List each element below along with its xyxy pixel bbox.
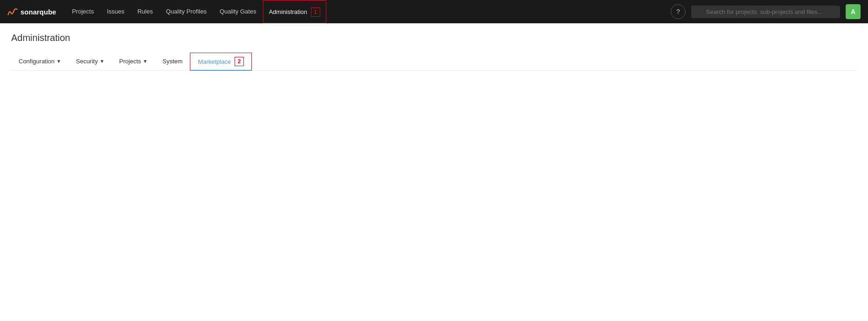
user-avatar[interactable]: A [846, 4, 861, 19]
nav-issues[interactable]: Issues [101, 0, 131, 23]
nav-administration[interactable]: Administration 1 [263, 0, 326, 23]
annotation-badge-2: 2 [235, 57, 244, 66]
chevron-down-icon: ▼ [100, 59, 104, 64]
global-search-wrapper: 🔍 [691, 6, 840, 18]
page-content: Administration Configuration ▼ Security … [0, 23, 868, 321]
nav-rules[interactable]: Rules [131, 0, 159, 23]
chevron-down-icon: ▼ [143, 59, 148, 64]
page-title: Administration [11, 33, 857, 43]
chevron-down-icon: ▼ [56, 59, 61, 64]
subnav-marketplace[interactable]: Marketplace 2 [190, 53, 252, 71]
help-button[interactable]: ? [671, 4, 686, 19]
nav-quality-gates[interactable]: Quality Gates [213, 0, 263, 23]
subnav-configuration[interactable]: Configuration ▼ [11, 54, 68, 69]
annotation-badge-1: 1 [311, 7, 320, 17]
sub-navigation: Configuration ▼ Security ▼ Projects ▼ Sy… [11, 53, 857, 71]
top-navigation: sonarqube Projects Issues Rules Quality … [0, 0, 868, 23]
logo[interactable]: sonarqube [7, 7, 56, 17]
nav-projects[interactable]: Projects [66, 0, 101, 23]
subnav-system[interactable]: System [155, 54, 190, 69]
subnav-security[interactable]: Security ▼ [68, 54, 112, 69]
global-search-input[interactable] [691, 6, 840, 18]
subnav-projects[interactable]: Projects ▼ [112, 54, 155, 69]
logo-text: sonarqube [20, 8, 56, 16]
nav-quality-profiles[interactable]: Quality Profiles [159, 0, 213, 23]
